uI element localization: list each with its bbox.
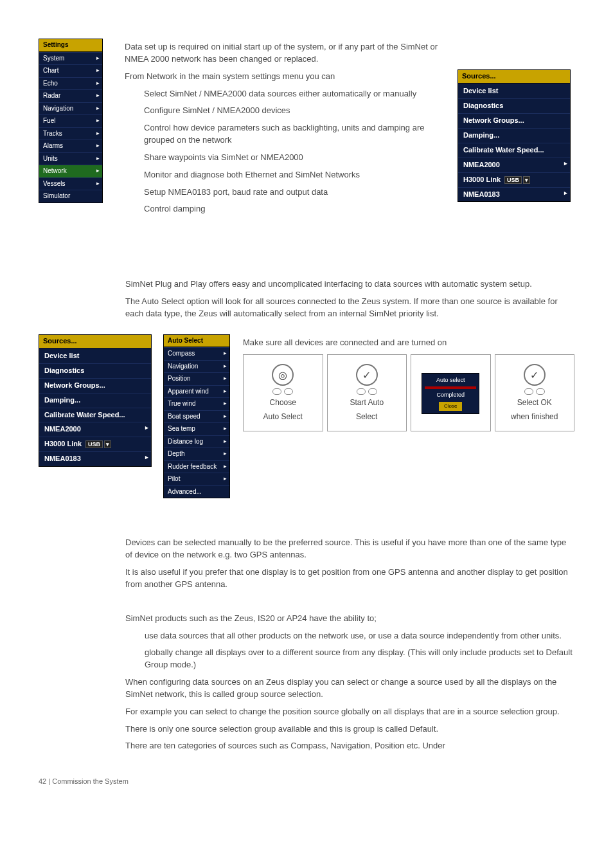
settings-menu-item[interactable]: Alarms▸ — [39, 140, 102, 152]
body-text: SimNet Plug and Play offers easy and unc… — [125, 278, 574, 291]
settings-menu-item[interactable]: Navigation▸ — [39, 102, 102, 115]
autoselect-menu-item[interactable]: Depth▸ — [164, 448, 229, 460]
body-bullet: use data sources that all other products… — [145, 630, 574, 642]
autoselect-menu-item[interactable]: Boat speed▸ — [164, 410, 229, 423]
dialog-close-button[interactable]: Close — [439, 402, 462, 411]
wizard-step-4: ✓ Select OK when finished — [495, 354, 575, 431]
settings-menu-item[interactable]: Tracks▸ — [39, 127, 102, 140]
settings-menu-item[interactable]: Chart▸ — [39, 64, 102, 77]
progress-dialog: Auto select Completed Close — [422, 373, 479, 414]
page-footer: 42 | Commission the System — [39, 777, 574, 787]
toggle-icon — [272, 388, 293, 395]
dialog-title: Auto select — [425, 376, 476, 384]
autoselect-menu-item[interactable]: Sea temp▸ — [164, 422, 229, 435]
wizard-step-label: Choose — [270, 397, 296, 408]
network-menu-item[interactable]: H3000 LinkUSB▾ — [458, 172, 570, 187]
autoselect-menu-item[interactable]: Rudder feedback▸ — [164, 460, 229, 473]
network-menu-item[interactable]: Calibrate Water Speed... — [39, 408, 151, 422]
body-text: There is only one source selection group… — [125, 723, 574, 736]
wizard-step-label: Start Auto — [350, 397, 384, 408]
network-menu-item[interactable]: Damping... — [39, 393, 151, 408]
autoselect-menu-item[interactable]: Pilot▸ — [164, 473, 229, 485]
body-text: There are ten categories of sources such… — [125, 740, 574, 752]
autoselect-menu-item[interactable]: True wind▸ — [164, 397, 229, 410]
network-menu-item[interactable]: NMEA2000▸ — [39, 422, 151, 437]
wizard-steps: ◎ Choose Auto Select ✓ Start Auto Select… — [243, 354, 574, 431]
network-menu-item[interactable]: Diagnostics — [458, 98, 570, 113]
network-menu: Sources... Device list Diagnostics Netwo… — [458, 69, 571, 202]
wizard-step-label: when finished — [511, 411, 558, 422]
autoselect-menu-item[interactable]: Navigation▸ — [164, 360, 229, 373]
autoselect-menu-title: Auto Select — [164, 335, 229, 348]
network-menu-item[interactable]: Damping... — [458, 128, 570, 143]
body-text: It is also useful if you prefer that one… — [125, 566, 574, 591]
toggle-icon — [357, 388, 377, 395]
network-menu-item[interactable]: Device list — [39, 348, 151, 363]
rotary-icon: ◎ — [272, 364, 294, 386]
wizard-step-label: Select OK — [517, 397, 552, 408]
network-menu-item[interactable]: Network Groups... — [458, 113, 570, 128]
wizard-intro: Make sure all devices are connected and … — [243, 337, 574, 349]
body-text: For example you can select to change the… — [125, 706, 574, 718]
body-text: The Auto Select option will look for all… — [125, 296, 574, 320]
network-menu-title: Sources... — [458, 70, 570, 84]
wizard-step-3: Auto select Completed Close — [411, 354, 491, 431]
network-menu-item[interactable]: NMEA2000▸ — [458, 158, 570, 172]
network-menu-item[interactable]: NMEA0183▸ — [39, 451, 151, 466]
body-bullet: Select SimNet / NMEA2000 data sources ei… — [144, 88, 440, 100]
rotary-icon: ✓ — [356, 364, 378, 386]
autoselect-menu: Auto Select Compass▸ Navigation▸ Positio… — [163, 334, 230, 499]
settings-menu-item[interactable]: Fuel▸ — [39, 114, 102, 127]
settings-menu-item[interactable]: System▸ — [39, 52, 102, 65]
body-text: When configuring data sources on an Zeus… — [125, 676, 574, 701]
body-text: Devices can be selected manually to be t… — [125, 537, 574, 561]
network-menu-item[interactable]: Device list — [458, 84, 570, 98]
body-bullet: globally change all displays over to a d… — [145, 647, 574, 671]
network-menu-item[interactable]: Calibrate Water Speed... — [458, 143, 570, 158]
settings-menu-item-selected[interactable]: Network▸ — [39, 165, 102, 177]
progress-bar — [425, 386, 476, 389]
body-text: SimNet products such as the Zeus, IS20 o… — [125, 613, 574, 625]
network-menu-item[interactable]: Network Groups... — [39, 378, 151, 393]
autoselect-menu-item[interactable]: Compass▸ — [164, 347, 229, 360]
network-menu-title: Sources... — [39, 335, 151, 348]
autoselect-menu-item[interactable]: Advanced... — [164, 485, 229, 498]
body-bullet: Control how device parameters such as ba… — [144, 122, 440, 147]
body-bullet: Monitor and diagnose both Ethernet and S… — [144, 169, 440, 181]
network-menu-item[interactable]: NMEA0183▸ — [458, 187, 570, 202]
network-menu-left: Sources... Device list Diagnostics Netwo… — [39, 334, 152, 467]
settings-menu-item[interactable]: Vessels▸ — [39, 177, 102, 190]
network-menu-item[interactable]: Diagnostics — [39, 363, 151, 378]
wizard-step-label: Auto Select — [263, 411, 303, 422]
body-bullet: Share waypoints via SimNet or NMEA2000 — [144, 152, 440, 164]
body-bullet: Configure SimNet / NMEA2000 devices — [144, 105, 440, 117]
dialog-status: Completed — [425, 391, 476, 399]
body-bullet: Control damping — [144, 203, 440, 215]
body-text: Data set up is required on initial start… — [125, 41, 440, 66]
wizard-step-2: ✓ Start Auto Select — [327, 354, 407, 431]
autoselect-menu-item[interactable]: Distance log▸ — [164, 435, 229, 448]
rotary-icon: ✓ — [524, 364, 546, 386]
autoselect-menu-item[interactable]: Apparent wind▸ — [164, 385, 229, 398]
settings-menu-item[interactable]: Radar▸ — [39, 89, 102, 102]
body-bullet: Setup NMEA0183 port, baud rate and outpu… — [144, 186, 440, 199]
settings-menu: Settings System▸ Chart▸ Echo▸ Radar▸ Nav… — [39, 39, 103, 203]
autoselect-menu-item[interactable]: Position▸ — [164, 372, 229, 385]
settings-menu-item[interactable]: Simulator — [39, 190, 102, 203]
network-menu-item[interactable]: H3000 LinkUSB▾ — [39, 437, 151, 451]
settings-menu-title: Settings — [39, 39, 102, 52]
settings-menu-item[interactable]: Echo▸ — [39, 77, 102, 90]
wizard-step-1: ◎ Choose Auto Select — [243, 354, 323, 431]
wizard-step-label: Select — [356, 411, 377, 422]
toggle-icon — [524, 388, 545, 395]
body-text: From Network in the main system settings… — [125, 71, 440, 83]
settings-menu-item[interactable]: Units▸ — [39, 152, 102, 165]
